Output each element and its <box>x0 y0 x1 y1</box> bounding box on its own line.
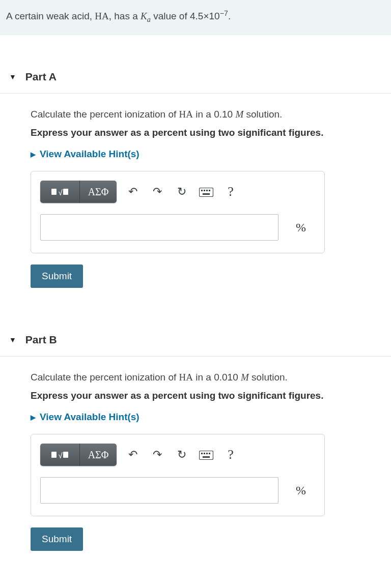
intro-text: value of <box>151 11 190 21</box>
reset-button[interactable]: ↻ <box>170 185 194 198</box>
svg-rect-3 <box>206 190 208 191</box>
intro-text: . <box>228 11 231 21</box>
svg-rect-2 <box>204 190 205 191</box>
problem-intro: A certain weak acid, HA, has a Ka value … <box>0 0 391 35</box>
templates-button[interactable]: √ <box>40 181 80 203</box>
answer-instruction: Express your answer as a percent using t… <box>31 390 385 401</box>
greek-letters-button[interactable]: ΑΣΦ <box>80 444 117 466</box>
templates-button[interactable]: √ <box>40 444 80 466</box>
part-header[interactable]: ▼ Part A <box>0 53 391 94</box>
help-button[interactable]: ? <box>218 184 243 199</box>
undo-button[interactable]: ↶ <box>121 448 145 461</box>
svg-rect-9 <box>206 453 208 454</box>
hints-label: View Available Hint(s) <box>40 411 139 423</box>
intro-text: , has a <box>109 11 141 21</box>
equation-toolbar: √ ΑΣΦ ↶ ↷ ↻ ? <box>40 181 315 214</box>
template-icon: √ <box>51 451 68 459</box>
equation-toolbar: √ ΑΣΦ ↶ ↷ ↻ ? <box>40 444 315 477</box>
svg-rect-6 <box>200 451 213 460</box>
chevron-right-icon: ▶ <box>31 151 36 158</box>
answer-unit: % <box>287 214 315 241</box>
chevron-down-icon: ▼ <box>9 336 16 344</box>
undo-button[interactable]: ↶ <box>121 185 145 198</box>
answer-box: √ ΑΣΦ ↶ ↷ ↻ ? % <box>31 434 325 516</box>
chevron-right-icon: ▶ <box>31 414 36 421</box>
svg-rect-11 <box>203 456 210 458</box>
formatting-group: √ ΑΣΦ <box>40 444 117 466</box>
svg-rect-4 <box>209 190 210 191</box>
svg-rect-10 <box>209 453 210 454</box>
ka-value: 4.5×10−7 <box>190 11 228 21</box>
keyboard-icon <box>199 188 213 197</box>
svg-rect-1 <box>201 190 203 191</box>
svg-rect-0 <box>200 188 213 197</box>
keyboard-button[interactable] <box>194 448 218 461</box>
answer-input[interactable] <box>40 477 278 504</box>
keyboard-icon <box>199 451 213 460</box>
keyboard-button[interactable] <box>194 185 218 198</box>
part-title: Part B <box>25 334 57 346</box>
part-body: Calculate the percent ionization of HA i… <box>0 357 391 561</box>
submit-button[interactable]: Submit <box>31 527 83 551</box>
answer-instruction: Express your answer as a percent using t… <box>31 127 385 138</box>
acid-symbol: HA <box>95 11 108 21</box>
part-header[interactable]: ▼ Part B <box>0 316 391 357</box>
svg-rect-5 <box>203 193 210 195</box>
question-text: Calculate the percent ionization of HA i… <box>31 109 385 120</box>
part-body: Calculate the percent ionization of HA i… <box>0 94 391 298</box>
answer-unit: % <box>287 477 315 504</box>
help-button[interactable]: ? <box>218 447 243 462</box>
greek-letters-button[interactable]: ΑΣΦ <box>80 181 117 203</box>
reset-button[interactable]: ↻ <box>170 448 194 461</box>
template-icon: √ <box>51 188 68 196</box>
view-hints-button[interactable]: ▶ View Available Hint(s) <box>31 149 139 160</box>
redo-button[interactable]: ↷ <box>145 448 170 461</box>
chevron-down-icon: ▼ <box>9 73 16 81</box>
intro-text: A certain weak acid, <box>6 11 95 21</box>
formatting-group: √ ΑΣΦ <box>40 181 117 203</box>
svg-rect-8 <box>204 453 205 454</box>
svg-rect-7 <box>201 453 203 454</box>
part-title: Part A <box>25 71 57 83</box>
answer-input[interactable] <box>40 214 278 241</box>
ka-symbol: Ka <box>141 11 151 21</box>
hints-label: View Available Hint(s) <box>40 149 139 160</box>
redo-button[interactable]: ↷ <box>145 185 170 198</box>
answer-box: √ ΑΣΦ ↶ ↷ ↻ ? % <box>31 171 325 253</box>
submit-button[interactable]: Submit <box>31 264 83 288</box>
view-hints-button[interactable]: ▶ View Available Hint(s) <box>31 411 139 423</box>
question-text: Calculate the percent ionization of HA i… <box>31 372 385 383</box>
